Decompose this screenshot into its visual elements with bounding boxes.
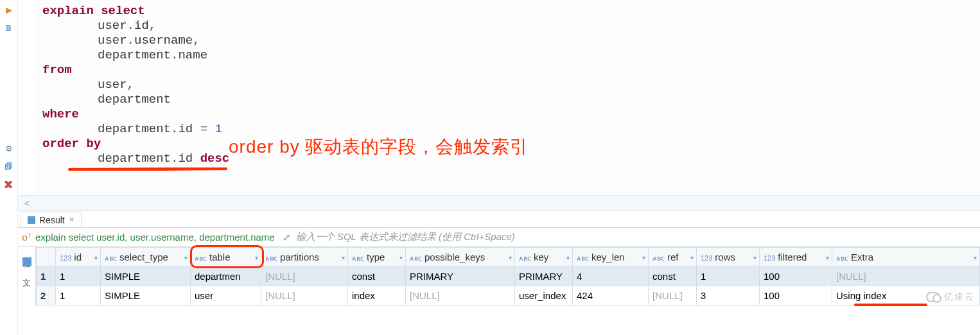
- text-type-icon: ᴀʙᴄ: [519, 254, 531, 262]
- col-header-ref[interactable]: ᴀʙᴄref▾: [649, 248, 697, 267]
- stop-icon[interactable]: 🞮: [3, 178, 15, 190]
- filter-icon[interactable]: ▾: [342, 253, 345, 261]
- side-tab-text[interactable]: 文: [21, 269, 33, 274]
- cell-possible_keys[interactable]: PRIMARY: [406, 267, 515, 286]
- table-icon: [28, 216, 35, 224]
- side-tab-grid[interactable]: 网格: [21, 250, 33, 255]
- col-header-filtered[interactable]: 123filtered▾: [760, 248, 832, 267]
- col-header-rows[interactable]: 123rows▾: [697, 248, 760, 267]
- text-type-icon: ᴀʙᴄ: [577, 254, 589, 262]
- cell-id[interactable]: 1: [56, 286, 101, 305]
- cell-select_type[interactable]: SIMPLE: [101, 267, 191, 286]
- cell-table[interactable]: user: [191, 286, 261, 305]
- cell-id[interactable]: 1: [56, 267, 101, 286]
- cell-key[interactable]: user_index: [515, 286, 573, 305]
- close-icon[interactable]: ⨯: [69, 216, 74, 224]
- result-grid-shell: 网格 文 123id▾ ᴀʙᴄselect_type▾ ᴀʙᴄtable▾: [18, 246, 980, 305]
- col-header-possible_keys[interactable]: ᴀʙᴄpossible_keys▾: [406, 248, 515, 267]
- table-header-row: 123id▾ ᴀʙᴄselect_type▾ ᴀʙᴄtable▾ ᴀʙᴄpart…: [37, 248, 980, 267]
- filter-icon[interactable]: ▾: [509, 253, 512, 261]
- left-toolbar: ▶ 🗎 ⚙ 🗐 🞮: [0, 0, 18, 335]
- filter-icon[interactable]: ▾: [690, 253, 694, 261]
- cell-extra[interactable]: [NULL]: [832, 267, 980, 286]
- expand-icon[interactable]: ⤢: [283, 232, 291, 243]
- text-type-icon: ᴀʙᴄ: [195, 254, 207, 262]
- filter-icon[interactable]: ▾: [184, 253, 188, 261]
- col-header-id[interactable]: 123id▾: [56, 248, 101, 267]
- cell-key_len[interactable]: 4: [573, 267, 649, 286]
- sql-icon[interactable]: ᴏᵀ: [22, 232, 31, 243]
- tab-result[interactable]: Result ⨯: [21, 212, 82, 227]
- col-header-select_type[interactable]: ᴀʙᴄselect_type▾: [101, 248, 191, 267]
- col-header-table[interactable]: ᴀʙᴄtable▾: [191, 248, 261, 267]
- col-header-key[interactable]: ᴀʙᴄkey▾: [515, 248, 573, 267]
- cell-partitions[interactable]: [NULL]: [261, 286, 348, 305]
- main-panel: explain select user.id, user.username, d…: [18, 0, 980, 335]
- text-type-icon: ᴀʙᴄ: [652, 254, 665, 262]
- scroll-left-icon[interactable]: <: [24, 198, 30, 209]
- number-type-icon: 123: [60, 254, 71, 262]
- cell-filtered[interactable]: 100: [760, 267, 832, 286]
- cell-select_type[interactable]: SIMPLE: [101, 286, 191, 305]
- text-type-icon: ᴀʙᴄ: [410, 254, 422, 262]
- export-icon[interactable]: 🗐: [3, 160, 15, 172]
- sql-editor[interactable]: explain select user.id, user.username, d…: [36, 0, 980, 195]
- filter-bar: ᴏᵀ explain select user.id, user.username…: [18, 227, 980, 246]
- filter-icon[interactable]: ▾: [94, 253, 98, 261]
- result-grid: 123id▾ ᴀʙᴄselect_type▾ ᴀʙᴄtable▾ ᴀʙᴄpart…: [36, 247, 980, 305]
- explain-result-table: 123id▾ ᴀʙᴄselect_type▾ ᴀʙᴄtable▾ ᴀʙᴄpart…: [36, 247, 980, 305]
- cell-type[interactable]: const: [348, 267, 406, 286]
- col-header-extra[interactable]: ᴀʙᴄExtra▾: [832, 248, 980, 267]
- watermark-text: 亿速云: [944, 291, 975, 303]
- filter-icon[interactable]: ▾: [753, 253, 757, 261]
- filter-sql-text[interactable]: explain select user.id, user.username, d…: [35, 232, 275, 243]
- text-type-icon: ᴀʙᴄ: [265, 254, 277, 262]
- tab-label: Result: [39, 215, 65, 225]
- watermark-icon: [926, 292, 940, 302]
- col-header-type[interactable]: ᴀʙᴄtype▾: [348, 248, 406, 267]
- filter-icon[interactable]: ▾: [255, 253, 258, 261]
- table-row[interactable]: 2 1 SIMPLE user [NULL] index [NULL] user…: [37, 286, 980, 305]
- kw-from: from: [42, 63, 72, 77]
- row-number[interactable]: 2: [37, 286, 56, 305]
- filter-icon[interactable]: ▾: [826, 253, 829, 261]
- table-row[interactable]: 1 1 SIMPLE departmen [NULL] const PRIMAR…: [37, 267, 980, 286]
- cell-table[interactable]: departmen: [191, 267, 261, 286]
- results-tabbar: Result ⨯: [18, 210, 980, 227]
- col-header-partitions[interactable]: ᴀʙᴄpartitions▾: [261, 248, 348, 267]
- filter-input[interactable]: 输入一个 SQL 表达式来过滤结果 (使用 Ctrl+Space): [296, 231, 515, 243]
- filter-icon[interactable]: ▾: [399, 253, 403, 261]
- cell-partitions[interactable]: [NULL]: [261, 267, 348, 286]
- cell-ref[interactable]: [NULL]: [649, 286, 697, 305]
- kw-orderby: order by: [42, 137, 101, 151]
- grid-view-icon[interactable]: [22, 257, 31, 266]
- cell-rows[interactable]: 1: [697, 267, 760, 286]
- cell-ref[interactable]: const: [649, 267, 697, 286]
- annotation-text: order by 驱动表的字段，会触发索引: [229, 139, 529, 154]
- cell-possible_keys[interactable]: [NULL]: [406, 286, 515, 305]
- text-type-icon: ᴀʙᴄ: [105, 254, 117, 262]
- run-icon[interactable]: ▶: [3, 4, 15, 15]
- row-number[interactable]: 1: [37, 267, 56, 286]
- cell-type[interactable]: index: [348, 286, 406, 305]
- filter-icon[interactable]: ▾: [974, 253, 977, 261]
- watermark: 亿速云: [926, 291, 975, 303]
- rownum-header[interactable]: [37, 248, 56, 267]
- editor-scrollbar[interactable]: <: [18, 195, 980, 210]
- filter-icon[interactable]: ▾: [642, 253, 645, 261]
- number-type-icon: 123: [701, 254, 712, 262]
- grid-side-tabs: 网格 文: [18, 247, 36, 305]
- cell-filtered[interactable]: 100: [760, 286, 832, 305]
- text-type-icon: ᴀʙᴄ: [836, 254, 848, 262]
- number-type-icon: 123: [764, 254, 775, 262]
- script-icon[interactable]: 🗎: [3, 22, 15, 33]
- col-header-key_len[interactable]: ᴀʙᴄkey_len▾: [573, 248, 649, 267]
- text-type-icon: ᴀʙᴄ: [352, 254, 364, 262]
- cell-key[interactable]: PRIMARY: [515, 267, 573, 286]
- cell-rows[interactable]: 3: [697, 286, 760, 305]
- cell-key_len[interactable]: 424: [573, 286, 649, 305]
- filter-icon[interactable]: ▾: [566, 253, 570, 261]
- settings-icon[interactable]: ⚙: [3, 142, 15, 154]
- kw-where: where: [42, 107, 79, 121]
- annotation-underline: [68, 168, 227, 171]
